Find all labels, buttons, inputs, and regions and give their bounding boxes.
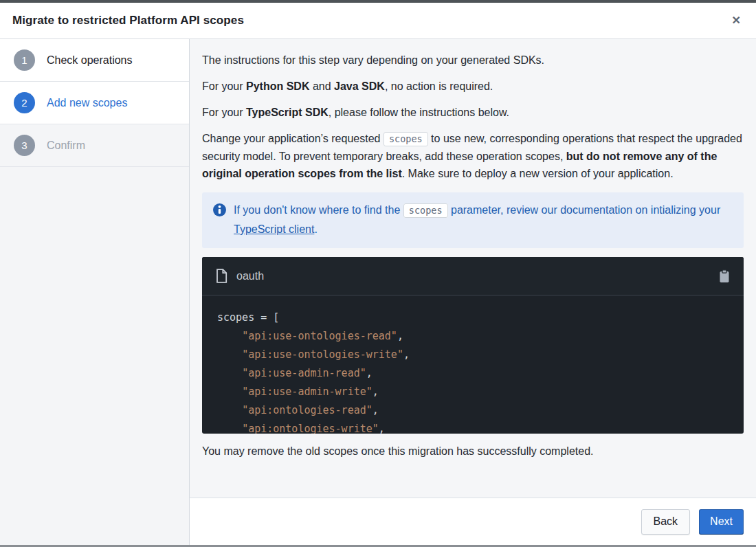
step-add-new-scopes[interactable]: 2 Add new scopes xyxy=(0,82,189,124)
code-scroll-region[interactable]: scopes = [ "api:use-ontologies-read", "a… xyxy=(202,295,744,434)
code-block-header: oauth xyxy=(202,257,744,295)
step-label: Check operations xyxy=(47,54,133,67)
document-icon xyxy=(216,269,227,283)
change-scopes-paragraph: Change your application’s requested scop… xyxy=(202,130,744,182)
stepper-sidebar: 1 Check operations 2 Add new scopes 3 Co… xyxy=(0,39,190,545)
scopes-inline-code: scopes xyxy=(403,203,448,218)
close-icon[interactable]: ✕ xyxy=(729,12,744,29)
info-icon xyxy=(213,203,226,216)
step-confirm: 3 Confirm xyxy=(0,124,189,167)
info-callout: If you don't know where to find the scop… xyxy=(202,192,744,248)
typescript-client-link[interactable]: TypeScript client xyxy=(234,223,314,235)
code-filename: oauth xyxy=(236,270,264,282)
clipboard-icon xyxy=(719,269,730,283)
typescript-paragraph: For your TypeScript SDK, please follow t… xyxy=(202,104,744,121)
remove-old-scopes-paragraph: You may remove the old scopes once this … xyxy=(202,443,744,460)
code-line: "api:use-admin-read", xyxy=(217,364,744,383)
step-number-badge: 3 xyxy=(14,135,35,156)
step-content-panel: The instructions for this step vary depe… xyxy=(190,39,756,545)
scopes-inline-code: scopes xyxy=(383,132,428,146)
back-button[interactable]: Back xyxy=(641,509,691,535)
copy-button[interactable] xyxy=(719,269,730,283)
step-number-badge: 2 xyxy=(14,92,35,113)
dialog-header: Migrate to restricted Platform API scope… xyxy=(0,3,756,39)
code-line: "api:ontologies-write", xyxy=(217,420,744,434)
intro-paragraph: The instructions for this step vary depe… xyxy=(202,52,744,69)
code-line: "api:use-ontologies-write", xyxy=(217,346,744,364)
code-line: "api:use-admin-write", xyxy=(217,383,744,401)
dialog-body: 1 Check operations 2 Add new scopes 3 Co… xyxy=(0,39,756,545)
dialog-title: Migrate to restricted Platform API scope… xyxy=(12,14,244,27)
code-line: "api:ontologies-read", xyxy=(217,401,744,420)
step-label: Confirm xyxy=(47,139,85,152)
next-button[interactable]: Next xyxy=(699,509,744,535)
instructions-area: The instructions for this step vary depe… xyxy=(190,39,756,498)
step-label: Add new scopes xyxy=(47,97,127,109)
python-java-paragraph: For your Python SDK and Java SDK, no act… xyxy=(202,78,744,95)
migration-dialog: Migrate to restricted Platform API scope… xyxy=(0,3,756,545)
code-line: scopes = [ xyxy=(217,309,744,327)
step-check-operations[interactable]: 1 Check operations xyxy=(0,39,189,82)
step-number-badge: 1 xyxy=(14,49,35,71)
dialog-footer: Back Next xyxy=(190,498,756,545)
oauth-code-block: oauth scopes = [ "api:use-ontologies-rea… xyxy=(202,257,744,434)
code-line: "api:use-ontologies-read", xyxy=(217,327,744,346)
